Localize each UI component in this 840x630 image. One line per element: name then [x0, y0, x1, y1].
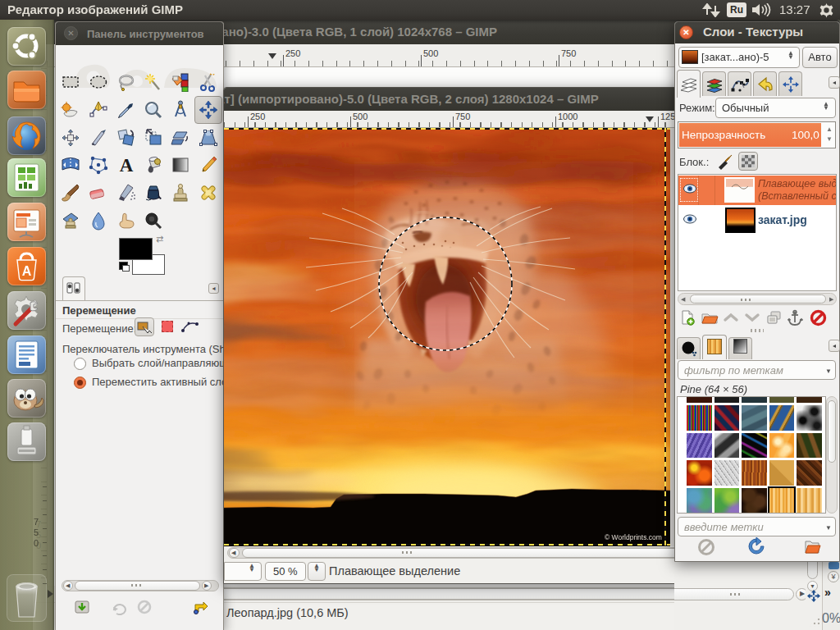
svg-text:A: A: [22, 264, 32, 278]
svg-text:A: A: [120, 155, 134, 175]
svg-text:© Worldprints.com: © Worldprints.com: [605, 533, 662, 541]
